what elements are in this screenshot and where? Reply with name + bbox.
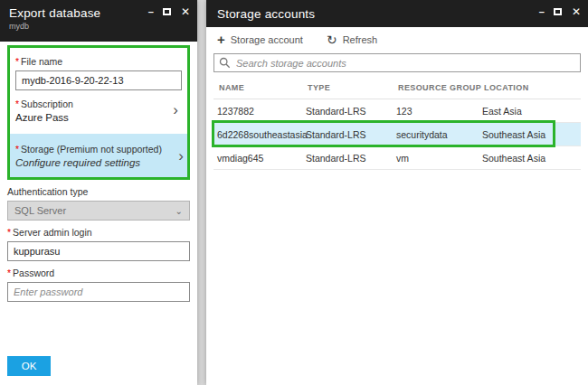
required-marker: * <box>15 99 19 109</box>
export-window-controls: – ✕ <box>148 7 190 16</box>
required-marker: * <box>7 227 11 238</box>
plus-icon: + <box>217 34 225 45</box>
column-header-location: LOCATION <box>484 83 579 92</box>
chevron-right-icon: › <box>173 102 178 117</box>
cell-location: Southeast Asia <box>482 153 581 164</box>
table-header: NAME TYPE RESOURCE GROUP LOCATION <box>213 81 581 99</box>
cell-type: Standard-LRS <box>306 106 396 117</box>
password-field: *Password <box>7 268 190 302</box>
add-storage-account-label: Storage account <box>231 34 303 45</box>
required-marker: * <box>15 56 19 67</box>
chevron-down-icon: ⌄ <box>175 206 183 216</box>
minimize-icon[interactable]: – <box>539 7 544 16</box>
minimize-icon[interactable]: – <box>148 7 153 16</box>
add-storage-account-button[interactable]: + Storage account <box>217 34 303 45</box>
export-blade-header: Export database mydb – ✕ <box>0 0 197 42</box>
cell-resource-group: vm <box>396 153 482 164</box>
auth-type-label: Authentication type <box>7 186 190 197</box>
required-marker: * <box>7 268 11 278</box>
search-icon <box>219 57 231 69</box>
storage-window-controls: – ✕ <box>539 7 581 16</box>
subscription-value: Azure Pass <box>15 112 164 123</box>
storage-toolbar: + Storage account ↻ Refresh <box>213 27 581 52</box>
password-input[interactable] <box>7 282 190 302</box>
admin-login-label: *Server admin login <box>7 227 190 238</box>
table-row-selected[interactable]: 6d2268southeastasia Standard-LRS securit… <box>213 123 581 146</box>
required-marker: * <box>15 144 19 155</box>
annotation-required-fields-box: *File name *Subscription Azure Pass › *S… <box>7 45 190 180</box>
cell-name: 1237882 <box>213 106 306 117</box>
auth-type-value: SQL Server <box>14 205 66 216</box>
file-name-label: *File name <box>15 56 182 67</box>
column-header-resource-group: RESOURCE GROUP <box>398 83 484 92</box>
refresh-label: Refresh <box>343 34 378 45</box>
cell-name: 6d2268southeastasia <box>213 129 306 140</box>
close-icon[interactable]: ✕ <box>181 7 190 16</box>
auth-type-dropdown[interactable]: SQL Server ⌄ <box>7 201 190 221</box>
refresh-icon: ↻ <box>327 34 337 45</box>
export-blade-subtitle: mydb <box>9 22 188 31</box>
storage-label: *Storage (Premium not supported) <box>15 144 169 155</box>
storage-accounts-content: + Storage account ↻ Refresh NAME TYPE RE… <box>206 27 588 385</box>
close-icon[interactable]: ✕ <box>572 7 581 16</box>
storage-blade-header: Storage accounts – ✕ <box>206 0 588 27</box>
admin-login-field: *Server admin login <box>7 227 190 261</box>
file-name-input[interactable] <box>15 70 182 90</box>
table-row[interactable]: 1237882 Standard-LRS 123 East Asia <box>213 99 581 123</box>
column-header-name: NAME <box>215 83 308 92</box>
subscription-picker[interactable]: *Subscription Azure Pass › <box>15 90 182 128</box>
cell-location: Southeast Asia <box>482 129 581 140</box>
cell-resource-group: 123 <box>396 106 482 117</box>
export-database-blade: Export database mydb – ✕ *File name *Sub… <box>0 0 197 385</box>
auth-type-field: Authentication type SQL Server ⌄ <box>7 186 190 221</box>
table-row[interactable]: vmdiag645 Standard-LRS vm Southeast Asia <box>213 146 581 170</box>
cell-location: East Asia <box>482 106 581 117</box>
azure-portal-workspace: Export database mydb – ✕ *File name *Sub… <box>0 0 588 385</box>
subscription-label: *Subscription <box>15 99 164 109</box>
cell-type: Standard-LRS <box>306 153 396 164</box>
storage-value: Configure required settings <box>15 157 169 168</box>
cell-name: vmdiag645 <box>213 153 306 164</box>
refresh-button[interactable]: ↻ Refresh <box>327 34 377 45</box>
chevron-right-icon: › <box>178 148 184 164</box>
export-form: *File name *Subscription Azure Pass › *S… <box>0 42 197 385</box>
storage-picker[interactable]: *Storage (Premium not supported) Configu… <box>10 134 187 177</box>
storage-accounts-blade: Storage accounts – ✕ + Storage account ↻… <box>206 0 588 385</box>
storage-blade-title: Storage accounts <box>217 7 315 21</box>
column-header-type: TYPE <box>308 83 398 92</box>
maximize-icon[interactable] <box>554 8 562 15</box>
ok-button[interactable]: OK <box>7 356 51 376</box>
cell-type: Standard-LRS <box>306 129 396 140</box>
password-label: *Password <box>7 268 190 278</box>
maximize-icon[interactable] <box>163 8 171 15</box>
file-name-field: *File name <box>15 56 182 90</box>
search-input[interactable] <box>213 53 581 72</box>
search-box <box>213 53 581 72</box>
admin-login-input[interactable] <box>7 241 190 261</box>
cell-resource-group: securitydata <box>396 129 482 140</box>
